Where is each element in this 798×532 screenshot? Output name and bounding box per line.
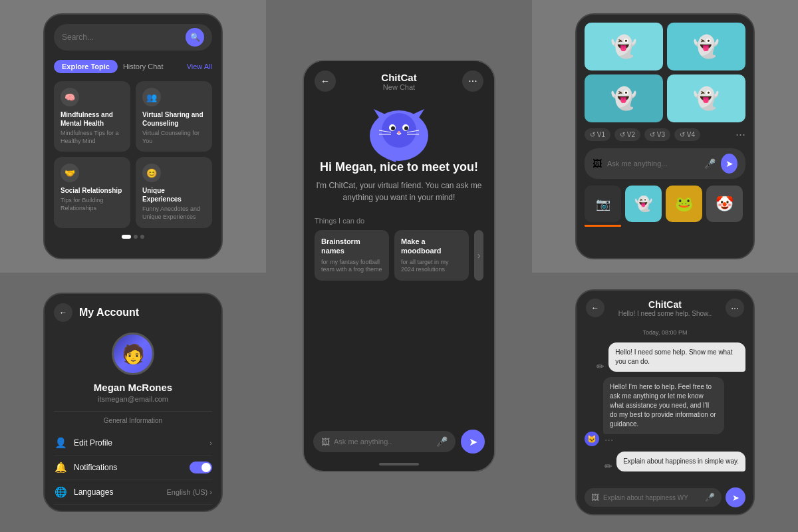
search-bar: 🔍 bbox=[54, 24, 212, 51]
chitcat-subtitle: New Chat bbox=[381, 83, 416, 91]
ghost-thumb-character[interactable]: 🤡 bbox=[706, 186, 743, 222]
ghost-input-image-icon: 🖼 bbox=[593, 158, 602, 169]
chitcat-title-area: ChitCat New Chat bbox=[381, 72, 416, 91]
chat-subtitle: Hello! I need some help. Show.. bbox=[618, 310, 712, 317]
more-dots-icon[interactable]: ··· bbox=[735, 128, 745, 142]
search-input[interactable] bbox=[62, 33, 186, 42]
cat-avatar bbox=[366, 104, 432, 160]
svg-point-7 bbox=[391, 126, 395, 130]
chitcat-panel: ← ChitCat New Chat ··· bbox=[266, 0, 532, 532]
edit-profile-label: Edit Profile bbox=[74, 438, 203, 448]
mic-icon[interactable]: 🎤 bbox=[436, 436, 448, 447]
topic-card-social[interactable]: 🤝 Social Relationship Tips for Building … bbox=[54, 157, 130, 227]
dot-indicator bbox=[54, 235, 212, 239]
chat-mic-icon[interactable]: 🎤 bbox=[705, 493, 715, 502]
chitcat-back-button[interactable]: ← bbox=[315, 70, 336, 92]
chat-input-bottom: 🖼 🎤 ➤ bbox=[577, 482, 753, 514]
languages-icon: 🌐 bbox=[54, 486, 67, 498]
view-all-link[interactable]: View All bbox=[187, 63, 212, 70]
account-phone-frame: ← My Account 🧑 Megan McRones itsmegan@em… bbox=[43, 293, 223, 512]
chat-input-field[interactable] bbox=[603, 494, 701, 501]
version-v4[interactable]: ↺ V4 bbox=[674, 128, 700, 141]
topic-icon-virtual: 👥 bbox=[142, 88, 161, 106]
dot-2 bbox=[134, 235, 138, 239]
svg-point-8 bbox=[404, 126, 408, 130]
ghost-thumb-frog[interactable]: 🐸 bbox=[666, 186, 702, 222]
version-row: ↺ V1 ↺ V2 ↺ V3 ↺ V4 ··· bbox=[585, 128, 745, 142]
topic-card-mindfulness[interactable]: 🧠 Mindfulness and Mental Health Mindfuln… bbox=[54, 81, 130, 152]
greeting-heading: Hi Megan, nice to meet you! bbox=[320, 160, 478, 174]
menu-item-notifications[interactable]: 🔔 Notifications bbox=[54, 456, 212, 480]
bot-message-bubble: Hello! I'm here to help. Feel free to as… bbox=[603, 377, 724, 434]
topic-title-social: Social Relationship bbox=[61, 186, 124, 195]
thing-card-brainstorm[interactable]: Brainstorm names for my fantasy football… bbox=[315, 230, 389, 281]
chitcat-input-field[interactable] bbox=[334, 438, 432, 446]
chitcat-input-wrap: 🖼 🎤 bbox=[313, 431, 456, 452]
menu-item-edit-profile[interactable]: 👤 Edit Profile › bbox=[54, 431, 212, 456]
topic-card-virtual[interactable]: 👥 Virtual Sharing and Counseling Virtual… bbox=[136, 81, 212, 152]
thing-title-brainstorm: Brainstorm names bbox=[321, 237, 382, 256]
ghost-input-field[interactable] bbox=[607, 160, 699, 168]
notifications-toggle[interactable] bbox=[190, 462, 212, 473]
menu-item-languages[interactable]: 🌐 Languages English (US) › bbox=[54, 480, 212, 505]
chitcat-input-bar: 🖼 🎤 ➤ bbox=[304, 423, 494, 463]
topic-title-unique: Unique Experiences bbox=[142, 186, 205, 203]
account-back-button[interactable]: ← bbox=[54, 303, 72, 322]
chat-send-button[interactable]: ➤ bbox=[726, 487, 745, 507]
account-title: My Account bbox=[79, 307, 139, 319]
chitcat-send-button[interactable]: ➤ bbox=[461, 430, 485, 454]
chat-name: ChitCat bbox=[618, 299, 712, 310]
dot-1 bbox=[122, 235, 131, 239]
ghost-mic-icon[interactable]: 🎤 bbox=[704, 158, 716, 169]
explore-tab[interactable]: Explore Topic bbox=[54, 60, 118, 73]
bot-message-wrap: 🐱 Hello! I'm here to help. Feel free to … bbox=[585, 377, 745, 446]
languages-value: English (US) › bbox=[167, 488, 212, 496]
search-button[interactable]: 🔍 bbox=[186, 28, 204, 47]
things-scroll-arrow[interactable]: › bbox=[474, 230, 483, 281]
user-email: itsmegan@email.com bbox=[54, 395, 212, 403]
chat-input-row: 🖼 🎤 ➤ bbox=[585, 487, 745, 507]
user-avatar: 🧑 bbox=[112, 332, 154, 375]
greeting-body: I'm ChitCat, your virtual friend. You ca… bbox=[315, 180, 483, 203]
topic-icon-social: 🤝 bbox=[61, 164, 79, 182]
chitcat-header: ← ChitCat New Chat ··· bbox=[304, 61, 494, 97]
chitcat-more-button[interactable]: ··· bbox=[462, 70, 483, 92]
general-info-label: General Information bbox=[54, 411, 212, 424]
chat-header: ← ChitCat Hello! I need some help. Show.… bbox=[577, 291, 753, 323]
user-typing-bubble: Explain about happiness in simple way. bbox=[616, 452, 745, 471]
topic-sub-virtual: Virtual Counseling for You bbox=[142, 130, 205, 145]
bot-avatar-small: 🐱 bbox=[585, 432, 599, 446]
user-message-bubble: Hello! I need some help. Show me what yo… bbox=[608, 342, 745, 372]
image-icon: 🖼 bbox=[321, 437, 330, 447]
chat-input-inner: 🖼 🎤 bbox=[585, 488, 722, 507]
history-tab[interactable]: History Chat bbox=[123, 63, 164, 70]
edit-icon-2: ✏ bbox=[604, 461, 612, 471]
things-label: Things I can do bbox=[315, 217, 364, 225]
languages-label: Languages bbox=[74, 487, 160, 497]
version-v1[interactable]: ↺ V1 bbox=[585, 128, 610, 141]
version-v3[interactable]: ↺ V3 bbox=[644, 128, 670, 141]
topic-card-unique[interactable]: 😊 Unique Experiences Funny Anecdotes and… bbox=[136, 157, 212, 227]
ghost-thumb-ghost[interactable]: 👻 bbox=[625, 186, 662, 222]
ghost-img-4: 👻 bbox=[667, 74, 745, 122]
notifications-icon: 🔔 bbox=[54, 462, 67, 473]
ghost-send-button[interactable]: ➤ bbox=[721, 154, 737, 174]
chat-title-area: ChitCat Hello! I need some help. Show.. bbox=[618, 299, 712, 317]
chat-more-button[interactable]: ··· bbox=[726, 299, 744, 317]
version-v2[interactable]: ↺ V2 bbox=[614, 128, 640, 141]
chat-messages: Today, 08:00 PM ✏ Hello! I need some hel… bbox=[577, 323, 753, 482]
notifications-label: Notifications bbox=[74, 463, 183, 472]
edit-profile-icon: 👤 bbox=[54, 437, 67, 449]
ghost-bottom-strip: 📷 👻 🐸 🤡 bbox=[585, 186, 745, 227]
chitcat-name: ChitCat bbox=[381, 72, 416, 83]
chitcat-phone-frame: ← ChitCat New Chat ··· bbox=[303, 60, 495, 472]
thing-card-moodboard[interactable]: Make a moodboard for all target in my 20… bbox=[394, 230, 469, 281]
ghost-thumb-camera[interactable]: 📷 bbox=[585, 186, 621, 222]
ghost-img-3: 👻 bbox=[585, 74, 663, 122]
bot-message-dots: ··· bbox=[604, 434, 613, 446]
thing-sub-brainstorm: for my fantasy football team with a frog… bbox=[321, 259, 382, 274]
chat-back-button[interactable]: ← bbox=[586, 299, 604, 317]
explore-phone-frame: 🔍 Explore Topic History Chat View All 🧠 … bbox=[43, 13, 223, 259]
svg-point-9 bbox=[398, 131, 400, 134]
home-indicator bbox=[379, 463, 419, 466]
